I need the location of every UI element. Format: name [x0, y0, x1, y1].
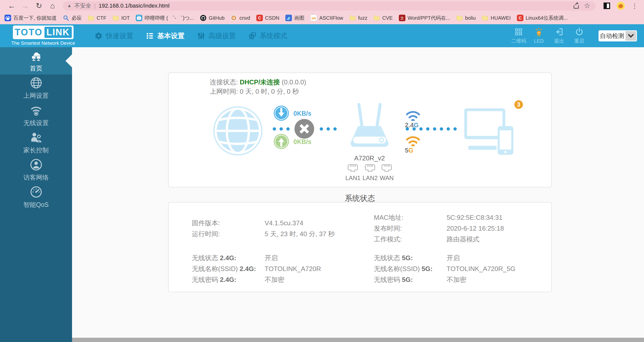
bookmark-label: 画图 — [294, 15, 304, 21]
nav-label: 快速设置 — [106, 31, 133, 40]
bookmark-label: 哔哩哔哩 ( ゜- ゜)つ... — [145, 15, 194, 21]
header-action[interactable]: 重启 — [572, 27, 587, 44]
extension-icon[interactable] — [604, 3, 610, 9]
port-item: WAN — [380, 164, 394, 182]
docer-icon: 文 — [399, 15, 405, 21]
bookmark-item[interactable]: CVE — [373, 15, 393, 21]
header-action[interactable]: 二维码 — [511, 27, 526, 44]
bookmark-label: GitHub — [209, 15, 224, 21]
baidu-icon — [5, 15, 11, 21]
bookmark-item[interactable]: GitHub — [200, 15, 224, 21]
header-action[interactable]: 退出 — [551, 27, 567, 44]
sidebar-item[interactable]: 上网设置 — [0, 75, 72, 102]
nav-item[interactable]: 快速设置 — [95, 31, 133, 40]
bookmark-label: fuzz — [358, 15, 367, 21]
bookmark-label: Word/PPT代码在... — [408, 15, 450, 21]
url-divider: | — [94, 3, 96, 9]
bookmark-item[interactable]: C Linux64位系统调... — [517, 15, 568, 21]
qos-icon — [30, 186, 42, 198]
sidebar: 首页 上网设置 无线设置 家长控制 访客网络 智能QoS — [0, 47, 72, 342]
wireless-label: 无线名称(SSID) — [192, 265, 238, 273]
port-item: LAN1 — [345, 164, 360, 182]
bookmark-item[interactable]: fuzz — [349, 15, 367, 21]
reload-icon[interactable]: ↻ — [33, 0, 44, 11]
bilibili-icon — [136, 15, 142, 21]
chevron-down-icon — [626, 31, 636, 41]
wireless-value: TOTOLINK_A720R_5G — [447, 265, 515, 273]
upload-arrow-icon — [273, 134, 289, 149]
bookmark-star-icon[interactable]: ☆ — [583, 2, 591, 10]
wireless-row: 无线密码5G: 不加密 — [374, 274, 515, 285]
svg-text:C: C — [519, 16, 522, 20]
back-icon[interactable]: ← — [6, 0, 17, 11]
browser-menu-icon[interactable]: ⋮ — [631, 2, 638, 10]
wireless-label: 无线状态 — [192, 254, 218, 262]
share-icon[interactable] — [573, 2, 580, 10]
totolink-logo: TOTO LINK The Smartest Network Device — [4, 26, 82, 46]
uptime-label: 上网时间: — [210, 88, 238, 95]
sidebar-item[interactable]: 智能QoS — [0, 184, 72, 211]
folder-icon — [349, 15, 356, 21]
bookmark-label: ASCIIFlow — [319, 15, 343, 21]
download-speed: 0KB/s — [293, 110, 311, 117]
detect-mode-select[interactable]: 自动检测 — [599, 30, 637, 41]
bookmark-item[interactable]: boliu — [456, 15, 476, 21]
sidebar-item[interactable]: 家长控制 — [0, 129, 72, 156]
bookmark-item[interactable]: 哔哩哔哩 ( ゜- ゜)つ... — [136, 15, 194, 21]
info-row: 固件版本: V4.1.5cu.374 — [192, 218, 335, 229]
download-arrow-icon — [273, 105, 289, 121]
paint-icon — [285, 15, 292, 21]
nav-label: 基本设置 — [157, 31, 185, 40]
nav-item[interactable]: 高级设置 — [197, 31, 236, 40]
bookmark-label: CSDN — [265, 15, 280, 21]
bookmark-item[interactable]: 必应 — [63, 15, 82, 21]
sidebar-item[interactable]: 首页 — [0, 47, 72, 75]
not-secure-warning-icon: ▲ — [67, 3, 72, 8]
link-dots-right — [320, 127, 337, 131]
wifi-5g: 5G — [405, 135, 421, 154]
bookmark-label: Linux64位系统调... — [526, 15, 568, 21]
info-row: 发布时间: 2020-6-12 16:25:18 — [374, 223, 504, 234]
info-row: 工作模式: 路由器模式 — [374, 234, 504, 245]
home-icon[interactable]: ⌂ — [47, 0, 58, 11]
nav-item[interactable]: 系统模式 — [248, 31, 287, 40]
wireless-label: 无线密码 — [192, 276, 218, 283]
port-list: LAN1 LAN2 — [342, 164, 397, 182]
globe-icon — [30, 77, 42, 89]
wireless-value: 不加密 — [447, 275, 466, 284]
nav-item[interactable]: 基本设置 — [146, 31, 185, 40]
wireless-band: 2.4G: — [240, 265, 256, 273]
bookmark-item[interactable]: C CSDN — [256, 15, 280, 21]
sidebar-item[interactable]: 访客网络 — [0, 156, 72, 184]
bookmark-item[interactable]: 文 Word/PPT代码在... — [399, 15, 450, 21]
folder-icon — [482, 15, 488, 21]
address-bar[interactable]: ▲ 不安全 | 192.168.0.1/basic/index.html ☆ — [63, 1, 595, 11]
bookmark-item[interactable]: 百度一下, 你就知道 — [5, 15, 57, 21]
horizontal-scrollbar[interactable] — [72, 338, 644, 342]
action-label: 二维码 — [511, 38, 526, 44]
info-value: V4.1.5cu.374 — [265, 219, 303, 227]
bookmark-item[interactable]: HUAWEI — [482, 15, 511, 21]
bookmark-item[interactable]: [af] ASCIIFlow — [310, 15, 343, 21]
detect-mode-value: 自动检测 — [599, 32, 626, 40]
info-label: 工作模式: — [374, 235, 402, 243]
parental-icon — [30, 131, 42, 144]
connection-label: 连接状态: — [210, 78, 238, 86]
forward-icon[interactable]: → — [20, 0, 31, 11]
wireless-band: 5G: — [422, 265, 432, 273]
bookmark-item[interactable]: 画图 — [285, 15, 304, 21]
wireless-band: 2.4G: — [220, 254, 236, 262]
profile-avatar[interactable] — [617, 2, 625, 10]
bookmark-item[interactable]: IOT — [112, 15, 130, 21]
header-action[interactable]: LED — [531, 28, 546, 44]
info-value: 5C:92:5E:C8:34:31 — [447, 214, 502, 222]
main-nav: 快速设置 基本设置 高级设置 系统模式 — [95, 31, 287, 40]
bookmark-label: 必应 — [72, 15, 82, 21]
wireless-band: 2.4G: — [220, 276, 236, 283]
port-label: WAN — [380, 175, 394, 182]
bookmark-item[interactable]: cnvd — [231, 15, 250, 21]
sidebar-item[interactable]: 无线设置 — [0, 102, 72, 129]
router-icon — [346, 101, 394, 152]
info-row: MAC地址: 5C:92:5E:C8:34:31 — [374, 212, 504, 223]
bookmark-item[interactable]: CTF — [88, 15, 106, 21]
